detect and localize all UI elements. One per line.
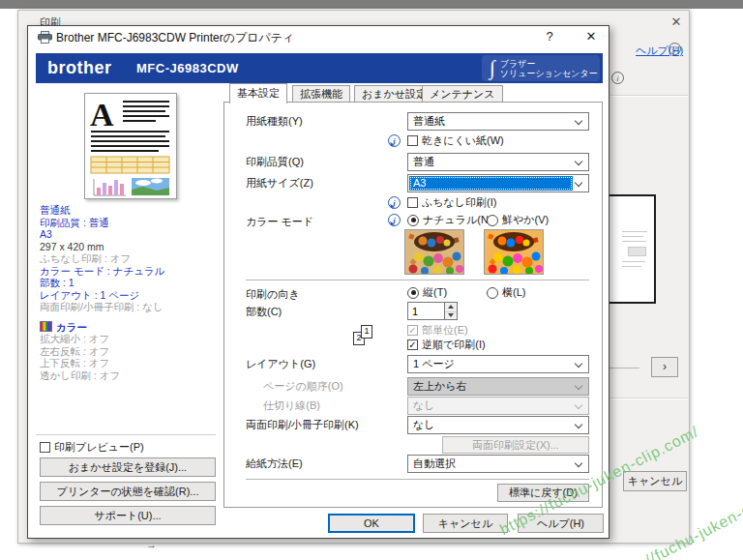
solutions-center-button[interactable]: ∫ ブラザー ソリューションセンター <box>482 55 600 81</box>
separator <box>599 398 688 399</box>
color-mode-vivid-radio-row[interactable]: 鮮やか(V) <box>487 213 549 227</box>
color-bars-icon <box>40 321 52 332</box>
titlebar-close-button[interactable]: ✕ <box>580 29 603 44</box>
desktop-top-strip <box>0 0 743 9</box>
ok-button[interactable]: OK <box>328 514 415 533</box>
natural-sample-image <box>404 229 464 275</box>
portrait-radio[interactable] <box>407 287 419 299</box>
page-order-label: ページの順序(O) <box>263 379 343 394</box>
color-mode-label: カラー モード <box>246 215 313 229</box>
quality-select[interactable]: 普通 <box>407 153 589 171</box>
summary-layout: レイアウト : 1 ページ <box>40 289 223 302</box>
orientation-label: 印刷の向き <box>246 287 300 302</box>
tab-basic[interactable]: 基本設定 <box>229 83 287 103</box>
slow-drying-checkbox-row[interactable]: 乾きにくい紙(W) <box>407 133 504 148</box>
restore-defaults-button[interactable]: 標準に戻す(D) <box>497 484 589 502</box>
duplex-select[interactable]: なし <box>407 416 589 434</box>
page-order-select: 左上から右 <box>407 377 589 396</box>
chevron-down-icon <box>575 459 582 467</box>
background-cancel-button[interactable]: キャンセル <box>623 471 687 491</box>
summary-duplex: 両面印刷/小冊子印刷 : なし <box>40 301 223 313</box>
page-slider[interactable] <box>609 368 639 368</box>
print-preview-checkbox[interactable] <box>40 442 50 453</box>
info-icon[interactable]: i <box>388 134 401 147</box>
printer-icon <box>38 31 52 44</box>
vivid-label: 鮮やか(V) <box>502 213 549 227</box>
summary-scaling: 拡大縮小 : オフ <box>40 333 223 345</box>
separator <box>246 479 589 481</box>
layout-select[interactable]: 1 ページ <box>407 355 589 373</box>
copies-value[interactable]: 1 <box>412 304 418 319</box>
copies-stepper[interactable]: 1 <box>407 302 458 320</box>
border-line-select: なし <box>407 397 589 415</box>
collate-pages-icon: 2 1 <box>353 325 376 348</box>
summary-dimensions: 297 x 420 mm <box>40 241 223 253</box>
help-button[interactable]: ヘルプ(H) <box>518 514 604 533</box>
summary-paper: 普通紙 <box>40 204 223 217</box>
layout-label: レイアウト(G) <box>246 357 315 371</box>
titlebar-help-button[interactable]: ? <box>541 29 558 44</box>
collate-checkbox: ✓ <box>407 325 418 336</box>
dialog-title: Brother MFC-J6983CDW Printerのプロパティ <box>56 30 294 46</box>
summary-color-header: カラー <box>56 321 87 334</box>
summary-borderless: ふちなし印刷 : オフ <box>40 252 223 265</box>
printer-status-button[interactable]: プリンターの状態を確認(R)... <box>40 482 216 501</box>
paper-source-select[interactable]: 自動選択 <box>407 455 589 473</box>
paper-size-label: 用紙サイズ(Z) <box>246 176 313 191</box>
media-type-select[interactable]: 普通紙 <box>407 112 589 131</box>
borderless-checkbox[interactable] <box>407 197 418 208</box>
landscape-radio-row[interactable]: 横(L) <box>487 285 525 300</box>
summary-size: A3 <box>40 228 223 241</box>
register-profile-button[interactable]: おまかせ設定を登録(J)... <box>40 457 216 477</box>
support-button[interactable]: サポート(U)... <box>40 506 216 525</box>
color-mode-natural-radio-row[interactable]: ナチュラル(N) <box>407 213 492 227</box>
summary-mirror: 左右反転 : オフ <box>40 345 223 358</box>
copies-label: 部数(C) <box>246 305 282 319</box>
printer-properties-dialog: Brother MFC-J6983CDW Printerのプロパティ ? ✕ b… <box>27 25 609 539</box>
chevron-down-icon <box>575 382 582 390</box>
duplex-label: 両面印刷/小冊子印刷(K) <box>246 418 359 432</box>
landscape-radio[interactable] <box>487 287 498 299</box>
portrait-radio-row[interactable]: 縦(T) <box>407 285 447 300</box>
tab-advanced[interactable]: 拡張機能 <box>292 85 350 103</box>
left-panel-divider <box>36 434 216 436</box>
print-preview-label: 印刷プレビュー(P) <box>54 440 144 455</box>
collate-checkbox-row: ✓ 部単位(E) <box>407 323 468 338</box>
tab-maintenance[interactable]: メンテナンス <box>422 85 503 103</box>
chevron-down-icon <box>575 401 582 409</box>
natural-radio[interactable] <box>407 215 419 226</box>
chevron-down-icon <box>575 117 582 125</box>
paper-source-label: 給紙方法(E) <box>246 457 303 471</box>
brother-logo: brother <box>47 58 112 78</box>
chevron-down-icon <box>575 421 582 428</box>
info-icon[interactable]: i <box>388 196 401 209</box>
separator <box>599 95 688 97</box>
natural-label: ナチュラル(N) <box>423 213 492 227</box>
reverse-print-label: 逆順で印刷(I) <box>422 338 486 352</box>
spin-down-button[interactable] <box>445 311 457 320</box>
quality-label: 印刷品質(Q) <box>246 155 304 169</box>
question-circle-icon[interactable]: ? <box>669 43 681 55</box>
spin-up-button[interactable] <box>445 303 457 311</box>
summary-quality: 印刷品質 : 普通 <box>40 217 223 229</box>
borderless-checkbox-row[interactable]: ふちなし印刷(I) <box>407 195 496 210</box>
next-page-button[interactable]: › <box>651 357 678 377</box>
slow-drying-label: 乾きにくい紙(W) <box>422 133 504 148</box>
paper-size-select[interactable]: A3 <box>407 174 589 192</box>
cancel-button[interactable]: キャンセル <box>423 514 508 533</box>
reverse-print-checkbox-row[interactable]: ✓ 逆順で印刷(I) <box>407 338 486 352</box>
close-icon[interactable]: ✕ <box>665 14 688 31</box>
dialog-titlebar[interactable]: Brother MFC-J6983CDW Printerのプロパティ ? ✕ <box>28 26 609 47</box>
vivid-radio[interactable] <box>487 215 498 226</box>
chevron-down-icon <box>575 360 582 368</box>
collate-label: 部単位(E) <box>422 323 468 338</box>
print-preview-checkbox-row[interactable]: 印刷プレビュー(P) <box>40 440 144 455</box>
print-preview-thumbnail <box>607 194 656 304</box>
vivid-sample-image <box>484 229 544 275</box>
reverse-print-checkbox[interactable]: ✓ <box>407 339 418 350</box>
landscape-label: 横(L) <box>502 285 525 300</box>
solutions-center-icon: ∫ <box>490 56 495 80</box>
slow-drying-checkbox[interactable] <box>407 135 418 146</box>
printer-model: MFC-J6983CDW <box>136 61 239 75</box>
info-icon[interactable]: i <box>388 214 401 226</box>
